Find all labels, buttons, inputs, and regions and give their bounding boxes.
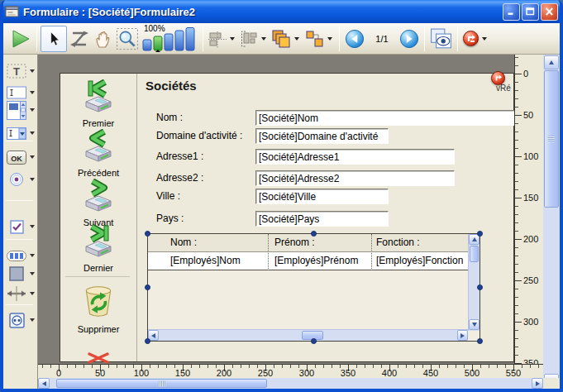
- justify-tool-button[interactable]: [238, 26, 260, 52]
- chevron-down-icon[interactable]: [30, 131, 35, 135]
- run-test-button[interactable]: [8, 26, 33, 52]
- supprimer-button[interactable]: Supprimer: [63, 282, 134, 334]
- form-canvas[interactable]: Premier Précédent: [60, 73, 514, 362]
- design-canvas[interactable]: Premier Précédent: [38, 55, 514, 364]
- preview-button[interactable]: [428, 26, 454, 52]
- zoom-tool-button[interactable]: [115, 26, 140, 52]
- palette-item-checkbox[interactable]: [6, 217, 37, 237]
- palette-item-progress-bar[interactable]: [6, 246, 37, 265]
- field-input[interactable]: [Société]Adresse2: [255, 170, 455, 186]
- maximize-button[interactable]: [522, 3, 539, 21]
- palette-item-static-text[interactable]: T: [6, 61, 37, 81]
- column-header[interactable]: Nom :: [170, 237, 197, 248]
- chevron-down-icon[interactable]: [30, 292, 35, 295]
- column-header[interactable]: Prénom :: [274, 237, 315, 248]
- anchor-button[interactable]: [303, 26, 326, 52]
- table-horizontal-scrollbar[interactable]: [148, 329, 468, 341]
- tab-order-button[interactable]: [67, 26, 92, 52]
- chevron-down-icon[interactable]: [30, 225, 35, 228]
- scrollbar-thumb[interactable]: [56, 379, 267, 388]
- chevron-down-icon[interactable]: [230, 37, 235, 41]
- field-row-nom[interactable]: Nom : [Société]Nom: [146, 110, 514, 126]
- chevron-down-icon[interactable]: [482, 37, 487, 41]
- titlebar[interactable]: Formulaire : [Société]Formulaire2: [0, 0, 563, 23]
- precedent-button[interactable]: Précédent: [63, 129, 134, 178]
- form-end-marker-icon[interactable]: [88, 352, 109, 364]
- selection-handle[interactable]: [477, 338, 483, 344]
- premier-button[interactable]: Premier: [63, 79, 134, 128]
- field-input[interactable]: [Société]Nom: [255, 110, 514, 126]
- ruler-number: 300: [523, 317, 538, 327]
- select-tool-button[interactable]: [41, 26, 67, 52]
- align-tool-button[interactable]: [207, 26, 228, 52]
- field-row-pays[interactable]: Pays : [Société]Pays: [146, 211, 514, 227]
- field-row-domaine[interactable]: Domaine d'activité : [Société]Domaine d'…: [146, 128, 514, 144]
- chevron-down-icon[interactable]: [30, 254, 35, 257]
- palette-item-ole-control[interactable]: [6, 310, 37, 330]
- scroll-left-button[interactable]: [38, 378, 50, 389]
- scroll-down-button[interactable]: [469, 319, 480, 330]
- vertical-scrollbar[interactable]: [543, 55, 560, 389]
- chevron-down-icon[interactable]: [261, 37, 266, 41]
- field-input[interactable]: [Société]Adresse1: [255, 149, 455, 165]
- z-order-button[interactable]: [270, 26, 293, 52]
- palette-item-button[interactable]: OK: [6, 147, 37, 167]
- field-label[interactable]: Ville :: [156, 190, 180, 202]
- scrollbar-thumb[interactable]: [470, 246, 479, 262]
- table-data-row[interactable]: [Employés]Nom [Employés]Prénom [Employés…: [148, 252, 468, 270]
- chevron-down-icon[interactable]: [30, 178, 35, 181]
- form-nav-panel[interactable]: Premier Précédent: [60, 74, 137, 361]
- zoom-level-control[interactable]: 100%: [142, 25, 197, 53]
- chevron-down-icon[interactable]: [30, 69, 35, 73]
- chevron-down-icon[interactable]: [30, 272, 35, 275]
- selection-handle[interactable]: [311, 338, 317, 344]
- scroll-up-button[interactable]: [544, 55, 559, 69]
- palette-item-radio-button[interactable]: [6, 170, 37, 189]
- chevron-down-icon[interactable]: [294, 37, 299, 41]
- chevron-down-icon[interactable]: [327, 37, 332, 41]
- column-separator[interactable]: [371, 234, 372, 270]
- chevron-down-icon[interactable]: [30, 155, 35, 159]
- close-button[interactable]: [541, 3, 558, 21]
- previous-page-button[interactable]: [343, 26, 366, 52]
- field-label[interactable]: Domaine d'activité :: [156, 130, 242, 141]
- table-vertical-scrollbar[interactable]: [468, 234, 480, 331]
- field-label[interactable]: Nom :: [156, 112, 183, 123]
- column-separator[interactable]: [268, 234, 269, 270]
- selection-handle[interactable]: [477, 231, 483, 237]
- dernier-button[interactable]: Dernier: [63, 224, 134, 273]
- field-row-ville[interactable]: Ville : [Société]Ville: [146, 189, 514, 204]
- refresh-button[interactable]: [461, 26, 480, 52]
- field-label[interactable]: Pays :: [156, 213, 184, 224]
- palette-item-shape[interactable]: [6, 264, 37, 284]
- field-input[interactable]: [Société]Ville: [255, 189, 389, 204]
- field-input[interactable]: [Société]Pays: [255, 211, 389, 227]
- selection-handle[interactable]: [145, 338, 150, 344]
- pan-tool-button[interactable]: [92, 26, 115, 52]
- scroll-right-button[interactable]: [532, 378, 543, 389]
- column-header[interactable]: Fonction :: [376, 237, 420, 248]
- field-input[interactable]: [Société]Domaine d'activité: [255, 128, 389, 144]
- field-label[interactable]: Adresse1 :: [156, 151, 203, 162]
- palette-item-splitter[interactable]: [6, 284, 37, 304]
- next-page-button[interactable]: [398, 26, 421, 52]
- field-label[interactable]: Adresse2 :: [156, 172, 203, 184]
- chevron-down-icon[interactable]: [30, 108, 35, 112]
- suivant-button[interactable]: Suivant: [63, 179, 134, 227]
- horizontal-scrollbar[interactable]: [38, 378, 543, 389]
- palette-item-list-box[interactable]: [6, 99, 37, 121]
- nav-panel-separator: [65, 276, 130, 277]
- form-title[interactable]: Sociétés: [146, 79, 197, 93]
- selection-handle[interactable]: [145, 284, 150, 290]
- chevron-down-icon[interactable]: [30, 91, 35, 94]
- field-row-adresse2[interactable]: Adresse2 : [Société]Adresse2: [146, 170, 514, 186]
- minimize-button[interactable]: [503, 3, 520, 21]
- employee-table-control[interactable]: Nom : Prénom : Fonction : [Employés]Nom …: [147, 233, 480, 342]
- selection-handle[interactable]: [477, 284, 483, 290]
- field-row-adresse1[interactable]: Adresse1 : [Société]Adresse1: [146, 149, 514, 165]
- scrollbar-thumb[interactable]: [544, 70, 559, 208]
- chevron-down-icon[interactable]: [30, 318, 35, 322]
- selection-handle[interactable]: [311, 231, 317, 237]
- selection-handle[interactable]: [145, 231, 150, 237]
- scroll-right-button[interactable]: [457, 330, 468, 341]
